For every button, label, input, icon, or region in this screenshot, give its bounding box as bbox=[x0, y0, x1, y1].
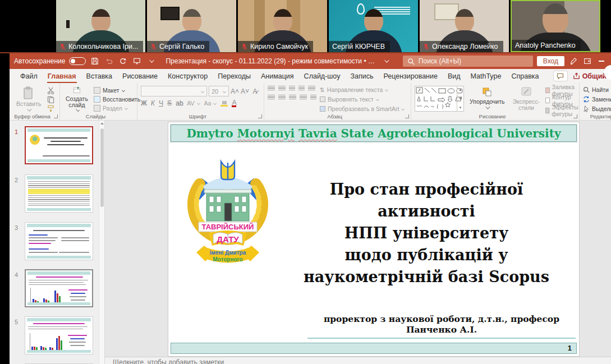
scroll-up-arrow-icon[interactable] bbox=[100, 122, 104, 125]
slide-canvas[interactable]: Dmytro Motornyi Tavria State Agrotechnol… bbox=[168, 122, 579, 356]
slide-thumbnail-2[interactable] bbox=[25, 174, 93, 213]
font-dialog-launcher[interactable] bbox=[258, 114, 262, 118]
align-left-button[interactable] bbox=[268, 95, 275, 100]
highlight-color-button[interactable] bbox=[220, 100, 228, 107]
grow-font-button[interactable]: A˄ bbox=[231, 87, 239, 95]
redo-button[interactable] bbox=[118, 56, 128, 66]
tab-animations[interactable]: Анимация bbox=[256, 69, 299, 83]
tab-design[interactable]: Конструктор bbox=[163, 69, 213, 83]
slide-number: 4 bbox=[15, 271, 18, 278]
columns-button[interactable] bbox=[310, 95, 316, 100]
convert-smartart-button[interactable]: Преобразовать в SmartArt bbox=[320, 105, 405, 112]
select-button[interactable]: Выделить bbox=[583, 105, 611, 112]
search-input[interactable] bbox=[419, 57, 529, 65]
arrange-button[interactable]: Упорядочить bbox=[467, 86, 507, 112]
replace-button[interactable]: Заменить bbox=[583, 96, 611, 103]
tab-draw[interactable]: Рисование bbox=[117, 69, 163, 83]
ink-pen-icon[interactable] bbox=[568, 56, 578, 66]
font-name-select[interactable] bbox=[141, 86, 207, 96]
participant-tile[interactable]: Сергій Галько bbox=[147, 0, 236, 52]
customize-quick-access-button[interactable] bbox=[146, 56, 156, 66]
tab-view[interactable]: Вид bbox=[443, 69, 466, 83]
start-slideshow-button[interactable] bbox=[132, 56, 142, 66]
format-painter-icon[interactable] bbox=[47, 105, 54, 112]
text-shadow-button[interactable]: ab bbox=[176, 99, 183, 107]
increase-indent-button[interactable] bbox=[298, 86, 305, 91]
thumbnail-preview bbox=[26, 127, 92, 163]
slide-footer-band[interactable]: 1 bbox=[171, 343, 577, 354]
participant-tile[interactable]: Олександр Ломейко bbox=[420, 0, 509, 52]
tab-home[interactable]: Главная bbox=[43, 69, 81, 83]
signin-button[interactable]: Вход bbox=[537, 56, 564, 66]
slide-subtitle[interactable]: проректор з наукової роботи, д.т.н., про… bbox=[307, 314, 576, 339]
numbering-button[interactable] bbox=[278, 86, 286, 91]
notes-pane[interactable]: Щелкните, чтобы добавить заметки bbox=[105, 357, 611, 364]
slide-thumbnail-3[interactable] bbox=[25, 222, 93, 260]
italic-button[interactable]: К bbox=[151, 99, 155, 107]
shapes-gallery[interactable]: ▲▼▾ bbox=[415, 86, 464, 112]
align-text-button[interactable]: Выровнять текст bbox=[320, 96, 405, 103]
comments-button[interactable] bbox=[553, 71, 568, 81]
header-word-motornyi: Motornyi bbox=[237, 127, 295, 140]
section-button[interactable]: Раздел bbox=[94, 105, 140, 112]
minimize-button[interactable] bbox=[596, 56, 607, 66]
character-spacing-button[interactable]: AV bbox=[187, 99, 200, 107]
tab-review[interactable]: Рецензирование bbox=[378, 69, 443, 83]
participant-name: Anatoly Panchenko bbox=[515, 42, 576, 49]
bullets-button[interactable] bbox=[268, 86, 275, 91]
quick-styles-button[interactable]: Экспресс-стили bbox=[510, 86, 542, 112]
tab-record[interactable]: Запись bbox=[345, 69, 378, 83]
video-strip: Колокольчикова Іри... Сергій Галько Кири… bbox=[0, 0, 611, 52]
new-slide-button[interactable]: Создать слайд bbox=[63, 86, 90, 112]
slide-header-band[interactable]: Dmytro Motornyi Tavria State Agrotechnol… bbox=[171, 125, 577, 142]
copy-icon[interactable] bbox=[47, 96, 54, 103]
align-right-button[interactable] bbox=[289, 95, 296, 100]
search-box[interactable] bbox=[403, 56, 533, 67]
participant-tile[interactable]: Сергій КЮРЧЕВ bbox=[329, 0, 418, 52]
autosave-toggle[interactable] bbox=[69, 57, 86, 65]
title-dropdown-chevron-icon[interactable] bbox=[381, 56, 391, 66]
align-center-button[interactable] bbox=[278, 95, 286, 100]
participant-tile[interactable]: Кирило Самойчук bbox=[238, 0, 327, 52]
bold-button[interactable]: Ж bbox=[141, 99, 147, 107]
clear-formatting-button[interactable]: A̷ bbox=[251, 87, 259, 95]
strikethrough-button[interactable]: S bbox=[167, 99, 172, 107]
paste-button[interactable]: Вставить bbox=[14, 86, 44, 112]
font-size-select[interactable]: 20 bbox=[209, 86, 229, 96]
reset-button[interactable]: Восстановить bbox=[94, 95, 140, 103]
layout-button[interactable]: Макет bbox=[94, 86, 140, 94]
text-direction-button[interactable]: ⇅Направление текста bbox=[320, 86, 405, 94]
slide-thumbnail-1[interactable] bbox=[25, 126, 93, 164]
university-emblem[interactable]: ТАВРІЙСЬКИЙ ДАТУ імені Дмитра Моторного bbox=[180, 151, 276, 274]
cut-icon[interactable] bbox=[47, 87, 54, 94]
line-spacing-button[interactable] bbox=[308, 86, 315, 91]
slide-thumbnail-5[interactable] bbox=[25, 316, 93, 354]
find-button[interactable]: Найти bbox=[583, 86, 611, 93]
undo-button[interactable] bbox=[104, 56, 114, 66]
participant-tile[interactable]: Колокольчикова Іри... bbox=[56, 0, 145, 52]
shrink-font-button[interactable]: A˅ bbox=[241, 87, 249, 95]
underline-button[interactable]: Ч bbox=[159, 99, 163, 107]
participant-tile-active-speaker[interactable]: Anatoly Panchenko bbox=[511, 0, 600, 52]
tab-help[interactable]: Справка bbox=[506, 69, 544, 83]
tab-transitions[interactable]: Переходы bbox=[213, 69, 256, 83]
share-button[interactable]: Общий bbox=[573, 72, 607, 80]
font-color-button[interactable]: A bbox=[232, 100, 236, 107]
tab-slideshow[interactable]: Слайд-шоу bbox=[299, 69, 346, 83]
tab-file[interactable]: Файл bbox=[15, 69, 43, 83]
change-case-button[interactable]: Aa bbox=[204, 99, 217, 107]
tab-mathtype[interactable]: MathType bbox=[466, 69, 507, 83]
justify-button[interactable] bbox=[300, 95, 307, 100]
slide-thumbnail-4[interactable] bbox=[25, 269, 93, 307]
save-button[interactable] bbox=[90, 56, 100, 66]
paragraph-dialog-launcher[interactable] bbox=[405, 114, 409, 118]
decrease-indent-button[interactable] bbox=[289, 86, 295, 91]
tab-insert[interactable]: Вставка bbox=[81, 69, 117, 83]
drawing-dialog-launcher[interactable] bbox=[573, 114, 577, 118]
shapes-gallery-scroll[interactable]: ▲▼▾ bbox=[457, 86, 463, 111]
clipboard-dialog-launcher[interactable] bbox=[54, 114, 58, 118]
scrollbar-thumb[interactable] bbox=[100, 128, 104, 207]
ribbon-display-options-button[interactable] bbox=[582, 56, 592, 66]
thumbnail-scrollbar[interactable] bbox=[99, 121, 104, 364]
slide-title[interactable]: Про стан професійної активності НПП унів… bbox=[281, 178, 572, 288]
